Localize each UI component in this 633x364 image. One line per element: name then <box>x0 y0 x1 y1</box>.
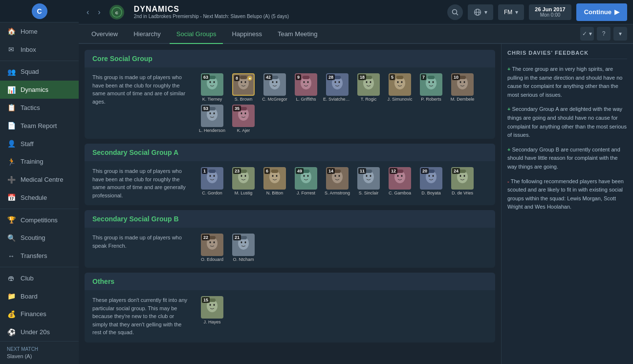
player-avatar: 11 <box>357 167 380 190</box>
tactics-icon: 📋 <box>7 103 16 112</box>
sidebar-item-home[interactable]: 🏠 Home <box>0 22 79 41</box>
svg-point-79 <box>401 175 403 177</box>
social-card-header-secondary-a: Secondary Social Group A <box>85 144 495 161</box>
sidebar-item-dynamics[interactable]: 📊 Dynamics <box>0 81 79 99</box>
sidebar-divider-2 <box>0 209 79 209</box>
sidebar-label-competitions: Competitions <box>21 216 58 224</box>
player-card[interactable]: 9 L. Griffiths <box>292 73 320 102</box>
page-title-block: DYNAMICS 2nd in Ladbrokes Premiership - … <box>134 5 289 19</box>
squad-icon: 👥 <box>7 67 16 76</box>
sidebar-item-board[interactable]: 📁 Board <box>0 287 79 305</box>
social-card-others: OthersThese players don't currently fit … <box>85 273 495 343</box>
player-card[interactable]: 49 J. Forrest <box>292 167 320 199</box>
social-card-header-core: Core Social Group <box>85 50 495 67</box>
player-card[interactable]: 10 M. Dembele <box>448 73 477 102</box>
back-button[interactable]: ‹ <box>85 6 91 19</box>
svg-text:★: ★ <box>248 77 251 80</box>
player-card[interactable]: 42 C. McGregor <box>261 73 289 102</box>
social-card-body-secondary-a: This group is made up of players who hav… <box>85 161 495 205</box>
player-number: 6 <box>264 168 270 174</box>
svg-rect-100 <box>209 299 216 302</box>
sidebar-item-training[interactable]: 🏃 Training <box>0 152 79 171</box>
social-card-desc-secondary-a: This group is made up of players who hav… <box>92 167 190 199</box>
sidebar-item-squad[interactable]: 👥 Squad <box>0 63 79 81</box>
medical-icon: ➕ <box>7 175 16 184</box>
schedule-icon: 📅 <box>7 193 16 202</box>
svg-point-31 <box>370 81 371 83</box>
transfers-icon: ↔ <box>7 252 16 260</box>
sidebar-item-tactics[interactable]: 📋 Tactics <box>0 99 79 117</box>
svg-rect-56 <box>209 170 216 173</box>
fm-button[interactable]: FM ▾ <box>498 4 524 20</box>
sidebar-item-transfers[interactable]: ↔ Transfers <box>0 247 79 265</box>
svg-point-78 <box>397 175 399 177</box>
svg-text:C: C <box>115 11 118 15</box>
tab-overview[interactable]: Overview <box>85 24 125 44</box>
player-card[interactable]: 21 O. Ntcham <box>229 234 258 262</box>
sidebar-item-inbox[interactable]: ✉ Inbox <box>0 41 79 59</box>
sidebar-item-scouting[interactable]: 🔍 Scouting <box>0 229 79 247</box>
player-card[interactable]: 24 D. de Vries <box>448 167 477 199</box>
main-area: Core Social GroupThis group is made up o… <box>79 44 633 364</box>
svg-point-35 <box>401 81 403 83</box>
player-card[interactable]: 20 D. Boyata <box>417 167 445 199</box>
player-card[interactable]: 28 E. Sviatchenko <box>323 73 351 102</box>
player-card[interactable]: 35 K. Ajer <box>229 105 258 133</box>
sidebar-item-schedule[interactable]: 📅 Schedule <box>0 189 79 207</box>
sidebar-item-staff[interactable]: 👤 Staff <box>0 135 79 153</box>
social-card-secondary-a: Secondary Social Group AThis group is ma… <box>85 144 495 205</box>
sidebar-item-finances[interactable]: 💰 Finances <box>0 305 79 323</box>
svg-rect-10 <box>209 76 216 79</box>
player-name: T. Rogic <box>354 97 383 102</box>
forward-button[interactable]: › <box>96 6 102 19</box>
svg-point-75 <box>370 175 371 177</box>
social-card-title-secondary-a: Secondary Social Group A <box>92 149 487 156</box>
player-card[interactable]: 12 C. Gamboa <box>386 167 414 199</box>
player-name: K. Ajer <box>229 128 258 133</box>
player-card[interactable]: 63 K. Tierney <box>198 73 226 102</box>
player-card[interactable]: ★8 S. Brown <box>229 73 258 102</box>
player-avatar: 9 <box>295 73 317 96</box>
player-card[interactable]: 22 O. Edouard <box>198 234 226 262</box>
feedback-item-3: The following recommended players have b… <box>507 177 627 212</box>
player-card[interactable]: 5 J. Simunovic <box>386 73 414 102</box>
tab-social-groups[interactable]: Social Groups <box>170 24 223 44</box>
tab-happiness[interactable]: Happiness <box>225 24 268 44</box>
sidebar-item-under20s[interactable]: ⚽ Under 20s <box>0 323 79 341</box>
player-card[interactable]: 6 N. Bitton <box>261 167 289 199</box>
player-card[interactable]: 18 T. Rogic <box>354 73 383 102</box>
sidebar-item-club[interactable]: 🏟 Club <box>0 269 79 287</box>
svg-rect-92 <box>209 236 216 239</box>
sidebar-item-medical[interactable]: ➕ Medical Centre <box>0 171 79 189</box>
sidebar-item-competitions[interactable]: 🏆 Competitions <box>0 211 79 229</box>
players-grid-secondary-b: 22 O. Edouard21 O. Ntcham <box>198 234 487 262</box>
player-card[interactable]: 7 P. Roberts <box>417 73 445 102</box>
tab-hierarchy[interactable]: Hierarchy <box>127 24 168 44</box>
svg-rect-28 <box>334 76 341 79</box>
player-avatar: 18 <box>357 73 380 96</box>
help-button[interactable]: ? <box>597 27 611 41</box>
svg-rect-16 <box>240 76 247 79</box>
svg-point-18 <box>272 81 274 83</box>
player-card[interactable]: 1 C. Gordon <box>198 167 226 199</box>
player-card[interactable]: 15 J. Hayes <box>198 296 226 337</box>
globe-button[interactable]: ▾ <box>468 4 493 20</box>
sidebar-item-team-report[interactable]: 📄 Team Report <box>0 117 79 135</box>
player-card[interactable]: 23 M. Lustig <box>229 167 258 199</box>
player-card[interactable]: 53 L. Henderson <box>198 105 226 133</box>
settings-dropdown-button[interactable]: ▾ <box>613 27 627 41</box>
search-button[interactable] <box>447 4 463 20</box>
svg-line-3 <box>456 13 458 15</box>
svg-point-54 <box>210 175 211 177</box>
under20s-icon: ⚽ <box>7 328 16 337</box>
page-subtitle: 2nd in Ladbrokes Premiership - Next Matc… <box>134 14 289 19</box>
player-card[interactable]: 14 S. Armstrong <box>323 167 351 199</box>
tick-dropdown-button[interactable]: ✓ ▾ <box>580 27 594 41</box>
player-card[interactable]: 11 S. Sinclair <box>354 167 383 199</box>
player-number: 14 <box>327 168 335 174</box>
players-grid-core: 63 K. Tierney★8 S. Brown42 C. McGregor9 … <box>198 73 487 133</box>
player-avatar: 10 <box>451 73 474 96</box>
tab-team-meeting[interactable]: Team Meeting <box>271 24 325 44</box>
continue-button[interactable]: Continue ▶ <box>576 3 627 21</box>
player-name: D. Boyata <box>417 191 445 195</box>
